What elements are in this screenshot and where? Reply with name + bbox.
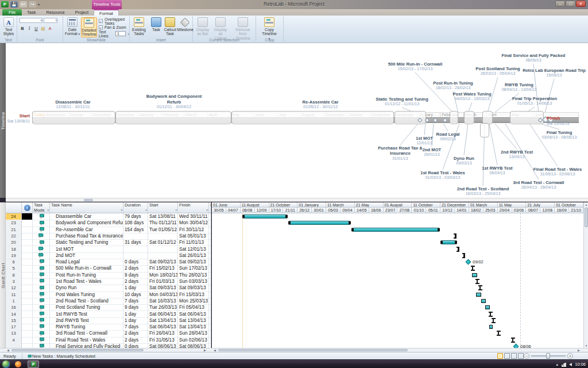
- column-header-num[interactable]: [6, 202, 22, 213]
- column-filter-icon[interactable]: ▾: [121, 209, 122, 212]
- timeline-bar-task[interactable]: [464, 111, 474, 124]
- timeline-view[interactable]: TodaySeptemberOctoberNovemberDecemberJan…: [6, 43, 588, 198]
- timeline-callout[interactable]: Retro Lab European Road Trip15/06/13: [523, 68, 586, 78]
- speaker-icon[interactable]: [569, 363, 572, 366]
- restore-button[interactable]: □: [566, 1, 575, 7]
- gantt-view-button[interactable]: [497, 353, 503, 359]
- font-size-select[interactable]: [44, 18, 57, 23]
- existing-tasks-button[interactable]: Existing Tasks: [131, 17, 147, 36]
- gantt-task-bar[interactable]: [440, 240, 457, 244]
- column-header-p[interactable]: P: [209, 202, 211, 213]
- gantt-pane-tab[interactable]: Gantt Chart: [0, 202, 6, 348]
- timeline-callout[interactable]: Final Trip Preperation01/05/13 - 14/06/1…: [512, 96, 557, 106]
- task-table[interactable]: iTask Mode▾Task Name▾Duration▾Start▾Fini…: [6, 202, 211, 348]
- timeline-bar-task[interactable]: [450, 111, 458, 124]
- gantt-manual-finish-icon[interactable]: [462, 253, 465, 258]
- display-as-bar-button[interactable]: Display as Bar: [195, 17, 211, 36]
- gantt-manual-finish-icon[interactable]: [454, 233, 457, 239]
- resource-sheet-view-button[interactable]: [518, 353, 524, 359]
- timeline-scrollbar-thumb[interactable]: [84, 199, 93, 201]
- timeline-callout[interactable]: Final Service and Fully Packed08/06/13: [502, 53, 566, 63]
- gantt-short-task-icon[interactable]: [497, 331, 501, 336]
- timeline-callout[interactable]: 1st Road Test - Wales01/03/13 - 03/03/13: [420, 170, 465, 181]
- gantt-task-bar-small[interactable]: [489, 325, 493, 329]
- minimize-button[interactable]: –: [555, 1, 565, 7]
- cell-dur[interactable]: 0 days: [123, 343, 148, 348]
- gantt-short-task-icon[interactable]: [478, 285, 482, 290]
- gantt-task-bar[interactable]: [242, 214, 288, 218]
- tray-expand-icon[interactable]: ▲: [555, 363, 559, 366]
- scroll-down-icon[interactable]: ▼: [584, 344, 588, 347]
- timeline-callout[interactable]: RWYB Tuning08/04/13 - 13/04/13: [502, 82, 537, 93]
- timeline-callout[interactable]: 2nd RWYB Test13/04/13: [501, 150, 533, 160]
- gantt-short-task-icon[interactable]: [492, 318, 496, 323]
- vertical-scrollbar-thumb[interactable]: [585, 208, 588, 227]
- column-header-info[interactable]: i: [22, 202, 33, 213]
- table-hscroll-thumb[interactable]: [11, 349, 144, 351]
- column-filter-icon[interactable]: ▾: [145, 209, 147, 212]
- timeline-bar-task[interactable]: [510, 111, 544, 124]
- status-new-tasks[interactable]: New Tasks : Manually Scheduled: [28, 354, 95, 359]
- copy-timeline-button[interactable]: Copy Timeline ▾: [261, 17, 277, 40]
- tab-project[interactable]: Project: [70, 9, 94, 16]
- cell-name[interactable]: Final Service and Fully Packed: [50, 343, 123, 348]
- zoom-slider-track[interactable]: [531, 355, 566, 356]
- timeline-callout[interactable]: 3rd Road Test - Cornwall26/04/13 - 28/04…: [513, 180, 564, 190]
- gantt-short-task-icon[interactable]: [511, 338, 515, 343]
- timeline-bar-task[interactable]: [482, 111, 493, 124]
- gantt-task-bar-small[interactable]: [481, 299, 486, 303]
- gantt-short-task-icon[interactable]: [475, 279, 479, 284]
- callout-task-button[interactable]: Callout Task: [162, 17, 178, 36]
- cell-p[interactable]: [209, 343, 211, 348]
- gantt-manual-finish-icon[interactable]: [457, 247, 459, 252]
- column-filter-icon[interactable]: ▾: [175, 209, 177, 212]
- remove-from-timeline-button[interactable]: Remove from Timeline: [232, 17, 254, 40]
- italic-button[interactable]: I: [26, 25, 32, 31]
- gantt-milestone-icon[interactable]: [466, 259, 471, 265]
- column-filter-icon[interactable]: ▾: [47, 209, 49, 212]
- column-filter-icon[interactable]: ▾: [206, 209, 208, 212]
- bold-button[interactable]: B: [20, 25, 25, 31]
- gantt-task-bar[interactable]: [288, 221, 351, 225]
- text-lines-control[interactable]: Text Lines: 1 ▾: [99, 31, 129, 36]
- timeline-callout[interactable]: Post Run-In Tuning18/02/13 - 28/02/13: [433, 80, 473, 91]
- text-styles-button[interactable]: A Text Styles: [1, 17, 17, 36]
- tab-file[interactable]: File: [2, 9, 22, 16]
- timeline-callout[interactable]: 500 Mile Run-In - Cornwall15/02/13 - 17/…: [388, 62, 443, 72]
- gantt-vertical-scrollbar[interactable]: ▲ ▼: [583, 202, 588, 348]
- timeline-callout[interactable]: Bodywork and Component Refurb01/12/11 - …: [141, 94, 207, 110]
- cell-fin[interactable]: Sat 08/06/13: [178, 343, 209, 348]
- cell-num[interactable]: [6, 343, 22, 348]
- tab-format[interactable]: Format: [94, 9, 119, 16]
- gantt-task-bar-small[interactable]: [485, 305, 490, 309]
- start-button[interactable]: [2, 361, 10, 368]
- zoom-slider-thumb[interactable]: [546, 353, 550, 359]
- gantt-milestone-icon[interactable]: [513, 344, 519, 348]
- timeline-callout[interactable]: Post Scotland Tuning26/03/13 - 05/04/13: [475, 66, 520, 76]
- timeline-callout[interactable]: Re-Assemble Car01/05/12 - 30/11/12: [303, 99, 339, 110]
- detailed-timeline-button[interactable]: Detailed Timeline: [81, 17, 97, 37]
- usage-view-button[interactable]: [504, 353, 510, 359]
- timeline-callout[interactable]: 1st MOT12/01/13: [416, 136, 433, 146]
- overlapped-tasks-checkbox[interactable]: ✓ Overlapped Tasks: [99, 18, 129, 24]
- gantt-short-task-icon[interactable]: [471, 266, 475, 271]
- column-header-name[interactable]: Task Name▾: [50, 202, 123, 213]
- gantt-task-bar[interactable]: [351, 228, 440, 232]
- gantt-hscroll-thumb[interactable]: [218, 349, 408, 351]
- cell-start[interactable]: Sat 08/06/13: [148, 343, 178, 348]
- timeline-callout[interactable]: Post Wales Tuning04/03/13 - 15/03/13: [452, 91, 491, 102]
- timeline-pane-tab[interactable]: Timeline: [0, 43, 6, 198]
- column-header-start[interactable]: Start▾: [148, 202, 178, 213]
- timeline-callout[interactable]: Dyno Run09/03/13: [454, 156, 474, 166]
- timeline-callout[interactable]: 1st RWYB Test06/04/13: [482, 166, 512, 176]
- underline-button[interactable]: U: [33, 25, 39, 31]
- timeline-callout[interactable]: Final Road Test - Wales31/05/13 - 02/06/…: [533, 167, 582, 177]
- cell-info[interactable]: [22, 343, 33, 348]
- zoom-in-button[interactable]: +: [567, 353, 573, 359]
- cell-mode[interactable]: [33, 343, 50, 348]
- timeline-callout[interactable]: Disassemble Car13/08/11 - 30/11/11: [55, 99, 90, 110]
- timeline-bar-task[interactable]: [394, 111, 426, 124]
- display-as-callout-button[interactable]: Display as Callout: [212, 17, 229, 40]
- timeline-callout[interactable]: Static Testing and Tuning01/12/12 - 11/0…: [376, 97, 428, 107]
- column-header-mode[interactable]: Task Mode▾: [33, 202, 50, 213]
